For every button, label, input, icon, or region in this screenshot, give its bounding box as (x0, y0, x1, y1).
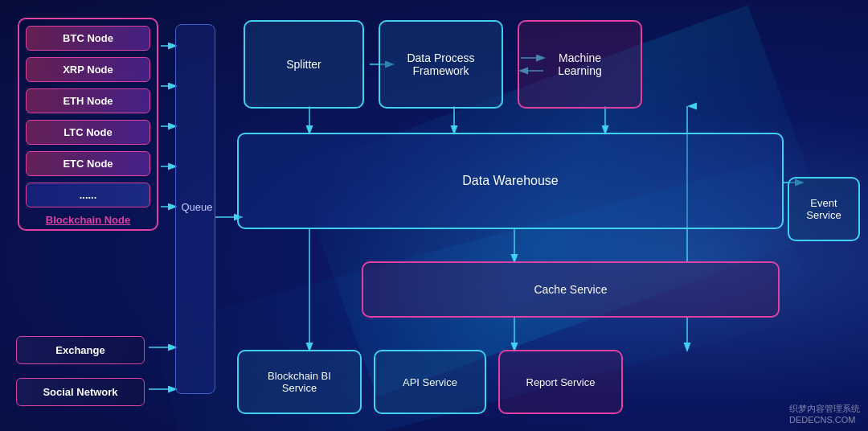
ml-box: Machine Learning (518, 20, 642, 109)
blockchain-node-section: BTC Node XRP Node ETH Node LTC Node ETC … (18, 18, 158, 231)
cache-service-box: Cache Service (362, 261, 780, 318)
bottom-services: Blockchain BI Service API Service Report… (237, 350, 623, 414)
event-service-box: Event Service (788, 177, 860, 241)
queue-label: Queue (181, 201, 212, 213)
more-nodes: ...... (26, 183, 150, 207)
watermark: 织梦内容管理系统 DEDECNS.COM (789, 403, 860, 425)
btc-node: BTC Node (26, 26, 150, 51)
ltc-node: LTC Node (26, 120, 150, 145)
top-row: Splitter Data Process Framework Machine … (244, 20, 642, 109)
data-warehouse-box: Data Warehouse (237, 133, 784, 229)
report-service-box: Report Service (498, 350, 623, 414)
dpf-box: Data Process Framework (379, 20, 503, 109)
splitter-box: Splitter (244, 20, 364, 109)
xrp-node: XRP Node (26, 57, 150, 82)
etc-node: ETC Node (26, 151, 150, 176)
api-service-box: API Service (374, 350, 486, 414)
eth-node: ETH Node (26, 88, 150, 113)
social-network-box: Social Network (16, 378, 145, 406)
blockchain-label: Blockchain Node (26, 214, 150, 226)
bi-service-box: Blockchain BI Service (237, 350, 362, 414)
exchange-box: Exchange (16, 336, 145, 364)
